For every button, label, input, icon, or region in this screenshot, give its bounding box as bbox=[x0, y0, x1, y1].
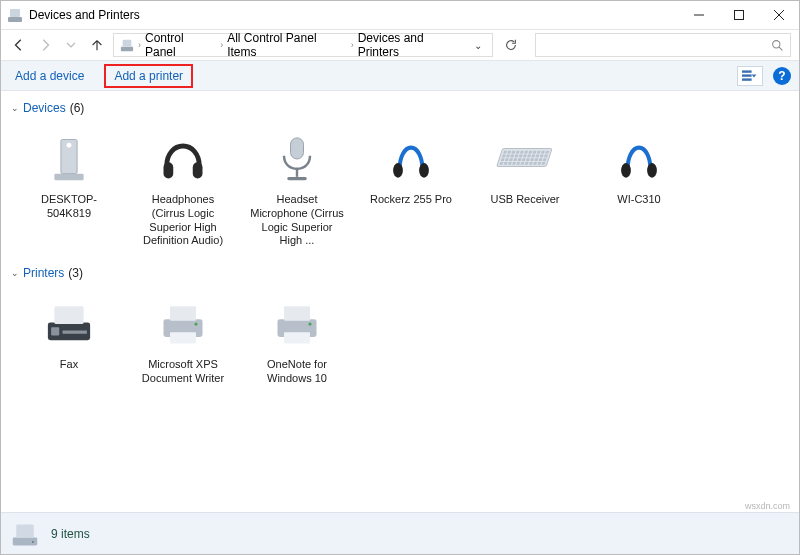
device-label: OneNote for Windows 10 bbox=[249, 358, 345, 386]
device-item[interactable]: Headphones (Cirrus Logic Superior High D… bbox=[135, 127, 231, 248]
device-item[interactable]: Headset Microphone (Cirrus Logic Superio… bbox=[249, 127, 345, 248]
svg-point-21 bbox=[393, 163, 403, 178]
device-item[interactable]: DESKTOP-504K819 bbox=[21, 127, 117, 248]
breadcrumb-dropdown[interactable]: ⌄ bbox=[470, 40, 486, 51]
group-label: Devices bbox=[23, 101, 66, 115]
help-button[interactable]: ? bbox=[773, 67, 791, 85]
chevron-right-icon: › bbox=[138, 40, 141, 50]
svg-rect-3 bbox=[735, 11, 744, 20]
svg-rect-72 bbox=[51, 327, 59, 335]
svg-rect-18 bbox=[291, 138, 304, 159]
svg-point-81 bbox=[308, 322, 311, 325]
svg-rect-1 bbox=[10, 9, 20, 17]
svg-point-84 bbox=[32, 541, 34, 543]
svg-rect-75 bbox=[170, 306, 196, 321]
device-item[interactable]: WI-C310 bbox=[591, 127, 687, 248]
search-input[interactable] bbox=[535, 33, 791, 57]
close-button[interactable] bbox=[759, 1, 799, 29]
svg-point-69 bbox=[647, 163, 657, 178]
search-icon bbox=[771, 39, 784, 52]
svg-rect-0 bbox=[8, 17, 22, 22]
svg-rect-20 bbox=[287, 177, 307, 180]
toolbar: Add a device Add a printer ? bbox=[1, 61, 799, 91]
svg-rect-7 bbox=[123, 40, 132, 47]
svg-rect-10 bbox=[742, 70, 752, 72]
device-item[interactable]: Fax bbox=[21, 292, 117, 386]
svg-rect-15 bbox=[54, 174, 83, 181]
svg-point-77 bbox=[194, 322, 197, 325]
back-button[interactable] bbox=[9, 35, 29, 55]
svg-rect-73 bbox=[63, 331, 87, 334]
content-area: ⌄ Devices (6) DESKTOP-504K819Headphones … bbox=[1, 91, 799, 512]
svg-rect-83 bbox=[16, 524, 34, 537]
window-title: Devices and Printers bbox=[29, 8, 679, 22]
chevron-down-icon: ⌄ bbox=[11, 103, 19, 113]
breadcrumb[interactable]: › Control Panel › All Control Panel Item… bbox=[113, 33, 493, 57]
svg-rect-79 bbox=[284, 306, 310, 321]
status-summary: 9 items bbox=[51, 527, 90, 541]
printer-icon bbox=[149, 296, 217, 352]
svg-rect-76 bbox=[170, 332, 196, 343]
devices-printers-icon bbox=[120, 38, 134, 52]
up-button[interactable] bbox=[87, 35, 107, 55]
chevron-right-icon: › bbox=[351, 40, 354, 50]
device-item[interactable]: USB Receiver bbox=[477, 127, 573, 248]
device-label: Headphones (Cirrus Logic Superior High D… bbox=[135, 193, 231, 248]
forward-button[interactable] bbox=[35, 35, 55, 55]
btheadset-icon bbox=[377, 131, 445, 187]
svg-rect-16 bbox=[164, 162, 174, 178]
group-header-devices[interactable]: ⌄ Devices (6) bbox=[1, 95, 799, 121]
add-device-button[interactable]: Add a device bbox=[9, 65, 90, 87]
devices-group: DESKTOP-504K819Headphones (Cirrus Logic … bbox=[1, 121, 799, 260]
device-label: USB Receiver bbox=[477, 193, 573, 207]
group-count: (6) bbox=[70, 101, 85, 115]
group-label: Printers bbox=[23, 266, 64, 280]
title-bar: Devices and Printers bbox=[1, 1, 799, 29]
printer-icon bbox=[263, 296, 331, 352]
svg-rect-11 bbox=[742, 74, 752, 76]
devices-printers-icon bbox=[11, 520, 39, 548]
device-item[interactable]: Microsoft XPS Document Writer bbox=[135, 292, 231, 386]
device-label: Microsoft XPS Document Writer bbox=[135, 358, 231, 386]
breadcrumb-item[interactable]: All Control Panel Items bbox=[227, 31, 346, 59]
window-icon bbox=[7, 7, 23, 23]
device-item[interactable]: OneNote for Windows 10 bbox=[249, 292, 345, 386]
navigation-bar: › Control Panel › All Control Panel Item… bbox=[1, 29, 799, 61]
desktop-icon bbox=[35, 131, 103, 187]
group-header-printers[interactable]: ⌄ Printers (3) bbox=[1, 260, 799, 286]
chevron-down-icon: ⌄ bbox=[11, 268, 19, 278]
device-label: Headset Microphone (Cirrus Logic Superio… bbox=[249, 193, 345, 248]
recent-locations-button[interactable] bbox=[61, 35, 81, 55]
fax-icon bbox=[35, 296, 103, 352]
chevron-right-icon: › bbox=[220, 40, 223, 50]
add-printer-button[interactable]: Add a printer bbox=[104, 64, 193, 88]
svg-rect-17 bbox=[193, 162, 203, 178]
svg-point-22 bbox=[419, 163, 429, 178]
breadcrumb-item[interactable]: Control Panel bbox=[145, 31, 216, 59]
btheadset-icon bbox=[605, 131, 673, 187]
svg-rect-71 bbox=[54, 306, 83, 324]
breadcrumb-item[interactable]: Devices and Printers bbox=[358, 31, 466, 59]
svg-rect-12 bbox=[742, 78, 752, 80]
svg-rect-6 bbox=[121, 47, 133, 51]
mic-icon bbox=[263, 131, 331, 187]
svg-point-14 bbox=[67, 143, 72, 148]
device-label: Rockerz 255 Pro bbox=[363, 193, 459, 207]
svg-point-68 bbox=[621, 163, 631, 178]
device-item[interactable]: Rockerz 255 Pro bbox=[363, 127, 459, 248]
svg-line-9 bbox=[779, 47, 782, 50]
svg-rect-80 bbox=[284, 332, 310, 343]
minimize-button[interactable] bbox=[679, 1, 719, 29]
device-label: WI-C310 bbox=[591, 193, 687, 207]
device-label: DESKTOP-504K819 bbox=[21, 193, 117, 221]
status-bar: 9 items bbox=[1, 512, 799, 554]
maximize-button[interactable] bbox=[719, 1, 759, 29]
printers-group: FaxMicrosoft XPS Document WriterOneNote … bbox=[1, 286, 799, 398]
keyboard-icon bbox=[491, 131, 559, 187]
watermark: wsxdn.com bbox=[745, 501, 790, 511]
group-count: (3) bbox=[68, 266, 83, 280]
device-label: Fax bbox=[21, 358, 117, 372]
view-options-button[interactable] bbox=[737, 66, 763, 86]
window-controls bbox=[679, 1, 799, 29]
refresh-button[interactable] bbox=[499, 38, 523, 52]
